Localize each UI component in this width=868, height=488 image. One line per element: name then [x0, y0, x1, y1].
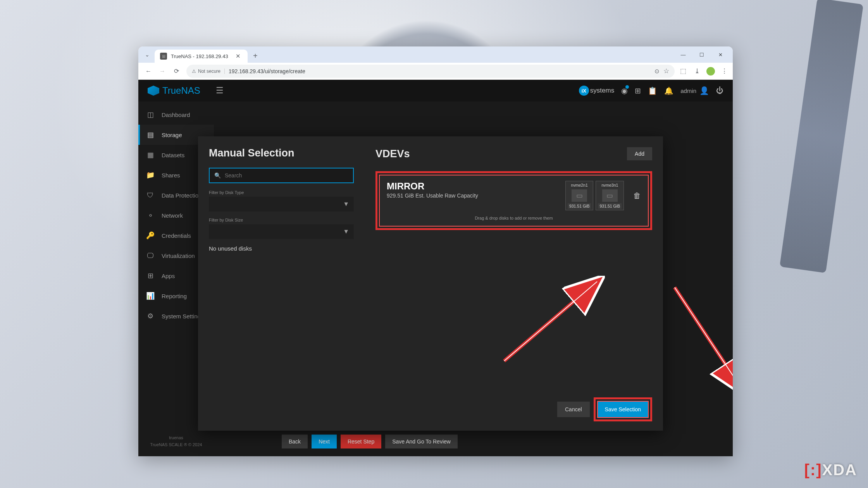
- apps-icon: ⊞: [146, 271, 155, 280]
- dashboard-icon: ◫: [146, 110, 155, 119]
- add-vdev-button[interactable]: Add: [627, 147, 652, 160]
- app-header: TrueNAS ☰ iX systems ◉ ⊞ 📋 🔔 admin 👤 ⏻: [138, 80, 733, 101]
- sidebar-footer: truenas TrueNAS SCALE ® © 2024: [138, 434, 214, 448]
- reset-step-button[interactable]: Reset Step: [341, 435, 381, 448]
- truenas-logo[interactable]: TrueNAS: [148, 85, 200, 96]
- profile-avatar[interactable]: [706, 67, 715, 76]
- power-icon[interactable]: ⏻: [716, 86, 723, 95]
- xda-watermark: [:]XDA: [804, 461, 857, 479]
- search-icon: 🔍: [214, 172, 221, 179]
- shield-icon: 🛡: [146, 191, 155, 199]
- nav-forward-button[interactable]: →: [156, 65, 169, 77]
- sidebar-item-label: Apps: [162, 273, 175, 279]
- cancel-button[interactable]: Cancel: [557, 402, 590, 417]
- datasets-icon: ▦: [146, 151, 155, 159]
- sidebar-item-label: System Settings: [162, 313, 203, 320]
- vdevs-title: VDEVs: [375, 148, 410, 160]
- security-label: Not secure: [198, 69, 220, 74]
- browser-tab[interactable]: ⊞ TrueNAS - 192.168.29.43 ✕: [155, 50, 248, 63]
- brand-text: TrueNAS: [162, 85, 200, 96]
- address-bar[interactable]: ⚠ Not secure 192.168.29.43/ui/storage/cr…: [186, 65, 675, 78]
- filter-type-label: Filter by Disk Type: [209, 190, 354, 195]
- back-button[interactable]: Back: [282, 435, 308, 448]
- user-menu[interactable]: admin 👤: [680, 86, 709, 95]
- favicon: ⊞: [160, 53, 167, 60]
- security-indicator[interactable]: ⚠ Not secure: [192, 69, 225, 74]
- save-go-review-button[interactable]: Save And Go To Review: [385, 435, 458, 448]
- svg-line-5: [675, 287, 733, 390]
- minimize-button[interactable]: —: [674, 48, 692, 62]
- sidebar-item-label: Datasets: [162, 152, 184, 158]
- watermark-bracket: [:]: [804, 461, 822, 478]
- browser-window: ⌄ ⊞ TrueNAS - 192.168.29.43 ✕ + — ☐ ✕ ← …: [138, 46, 733, 456]
- clipboard-icon[interactable]: 📋: [648, 86, 657, 95]
- vdev-card[interactable]: MIRROR 929.51 GiB Est. Usable Raw Capaci…: [379, 175, 649, 227]
- drag-drop-hint: Drag & drop disks to add or remove them: [387, 216, 641, 220]
- tab-close-icon[interactable]: ✕: [234, 52, 242, 60]
- sidebar-item-dashboard[interactable]: ◫Dashboard: [138, 105, 214, 125]
- modal-left-panel: Manual Selection 🔍 Filter by Disk Type ▼…: [198, 136, 365, 431]
- gear-icon: ⚙: [146, 312, 155, 320]
- vdev-highlight-box: MIRROR 929.51 GiB Est. Usable Raw Capaci…: [375, 171, 652, 230]
- tab-title: TrueNAS - 192.168.29.43: [171, 53, 230, 59]
- sidebar-item-label: Shares: [162, 172, 180, 179]
- close-window-button[interactable]: ✕: [711, 48, 730, 62]
- next-button[interactable]: Next: [312, 435, 337, 448]
- reload-button[interactable]: ⟳: [170, 65, 183, 77]
- wizard-footer: Back Next Reset Step Save And Go To Revi…: [282, 435, 458, 448]
- disk-icon: ▭: [602, 189, 618, 202]
- warning-icon: ⚠: [192, 69, 196, 74]
- search-input[interactable]: [225, 172, 348, 179]
- modal-right-panel: VDEVs Add MIRROR 929.51 GiB Est. Usable …: [365, 136, 663, 431]
- user-avatar-icon: 👤: [699, 86, 709, 95]
- disk-chip[interactable]: nvme2n1 ▭ 931.51 GiB: [565, 181, 594, 210]
- filter-type-select[interactable]: ▼: [209, 197, 354, 211]
- no-unused-disks-label: No unused disks: [209, 245, 354, 252]
- filter-size-label: Filter by Disk Size: [209, 218, 354, 222]
- storage-icon: ▤: [146, 131, 155, 139]
- status-icon[interactable]: ◉: [621, 86, 628, 95]
- downloads-icon[interactable]: ⤓: [692, 67, 702, 76]
- monitor-icon: 🖵: [146, 252, 155, 260]
- disk-chip[interactable]: nvme3n1 ▭ 931.51 GiB: [596, 181, 624, 210]
- jobs-icon[interactable]: ⊞: [635, 86, 641, 95]
- disk-size: 931.51 GiB: [568, 203, 591, 209]
- svg-line-1: [504, 282, 597, 361]
- chevron-down-icon: ▼: [343, 201, 349, 208]
- maximize-button[interactable]: ☐: [692, 48, 711, 62]
- hamburger-menu-icon[interactable]: ☰: [216, 86, 224, 96]
- browser-toolbar: ← → ⟳ ⚠ Not secure 192.168.29.43/ui/stor…: [138, 63, 733, 80]
- sidebar-item-label: Network: [162, 212, 183, 219]
- annotation-arrow: [671, 284, 733, 396]
- copyright-label: TrueNAS SCALE ® © 2024: [138, 441, 214, 448]
- delete-vdev-icon[interactable]: 🗑: [633, 191, 641, 200]
- tab-list-chevron[interactable]: ⌄: [141, 49, 153, 60]
- url-text: 192.168.29.43/ui/storage/create: [229, 68, 651, 74]
- hostname-label: truenas: [138, 434, 214, 442]
- sidebar-item-label: Storage: [162, 132, 182, 138]
- vdev-capacity-label: 929.51 GiB Est. Usable Raw Capacity: [387, 192, 560, 199]
- key-icon: 🔑: [146, 231, 155, 240]
- ixsystems-logo[interactable]: iX systems: [579, 86, 614, 96]
- password-key-icon[interactable]: ⊙: [654, 68, 660, 75]
- nav-back-button[interactable]: ←: [142, 65, 155, 77]
- disk-name: nvme2n1: [568, 182, 591, 188]
- save-selection-button[interactable]: Save Selection: [597, 401, 649, 418]
- browser-menu-icon[interactable]: ⋮: [720, 67, 729, 76]
- search-box[interactable]: 🔍: [209, 168, 354, 183]
- new-tab-button[interactable]: +: [248, 52, 263, 60]
- svg-line-2: [504, 282, 597, 361]
- annotation-arrow: [500, 276, 605, 365]
- alerts-bell-icon[interactable]: 🔔: [664, 86, 673, 95]
- truenas-app: TrueNAS ☰ iX systems ◉ ⊞ 📋 🔔 admin 👤 ⏻: [138, 80, 733, 456]
- shares-icon: 📁: [146, 171, 155, 179]
- filter-size-select[interactable]: ▼: [209, 224, 354, 239]
- sidebar-item-label: Reporting: [162, 293, 187, 299]
- sidebar-item-label: Virtualization: [162, 253, 195, 259]
- manual-selection-title: Manual Selection: [209, 147, 354, 159]
- bookmark-star-icon[interactable]: ☆: [663, 67, 669, 75]
- username-label: admin: [680, 88, 696, 94]
- watermark-text: XDA: [822, 461, 857, 478]
- extensions-icon[interactable]: ⬚: [679, 67, 688, 76]
- disk-name: nvme3n1: [598, 182, 622, 188]
